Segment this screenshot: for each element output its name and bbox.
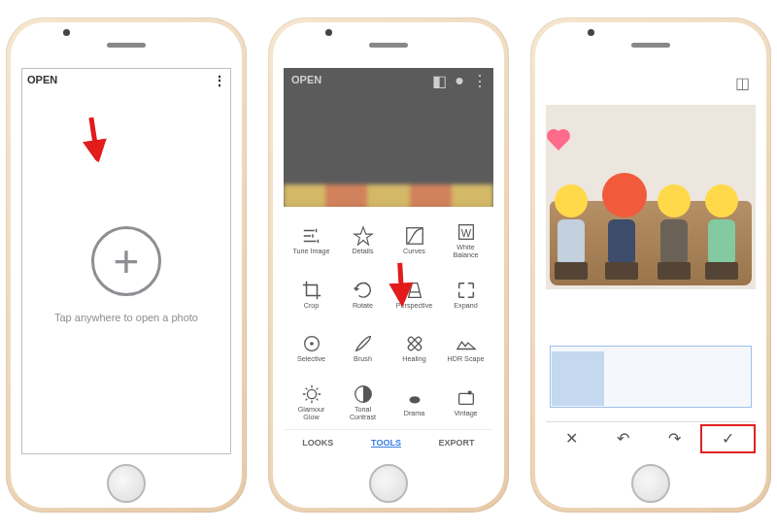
close-button[interactable]: ✕ xyxy=(546,429,597,448)
person-3 xyxy=(655,184,693,280)
check-icon: ✓ xyxy=(722,429,734,448)
home-button[interactable] xyxy=(631,464,670,503)
undo-button[interactable]: ↶ xyxy=(597,429,649,448)
person-2 xyxy=(602,173,640,280)
emoji-heart-eyes xyxy=(602,173,647,217)
tools-grid: Tune Image Details Curves WWhite Balance… xyxy=(284,207,493,429)
info-icon[interactable]: ● xyxy=(455,72,464,90)
tab-export[interactable]: EXPORT xyxy=(439,438,475,448)
tool-tune-image[interactable]: Tune Image xyxy=(286,213,337,267)
tool-crop[interactable]: Crop xyxy=(286,267,337,321)
white-balance-icon: W xyxy=(456,221,477,243)
bottom-tabs: LOOKS TOOLS EXPORT xyxy=(284,429,493,454)
tool-healing[interactable]: Healing xyxy=(388,321,440,376)
screen-3-healing: ◫ ✕ ↶ ↷ ✓ xyxy=(546,68,756,454)
screen-2-tools: OPEN ◧ ● ⋮ Tune Image Details Curves WWh… xyxy=(284,68,493,454)
svg-line-11 xyxy=(77,117,112,154)
apply-button[interactable]: ✓ xyxy=(700,424,756,453)
healing-icon xyxy=(404,333,425,354)
emoji-kiss xyxy=(555,184,588,217)
tool-expand[interactable]: Expand xyxy=(440,267,491,321)
tool-rotate[interactable]: Rotate xyxy=(337,267,388,321)
tool-selective[interactable]: Selective xyxy=(286,321,337,376)
person-1 xyxy=(552,184,590,280)
camera xyxy=(63,29,70,36)
top-icons: ◧ ● ⋮ xyxy=(432,72,488,90)
navigator-thumb[interactable] xyxy=(552,351,604,406)
plus-icon: + xyxy=(114,235,140,287)
screen-1-open: OPEN ⋮ + Tap anywhere to open a photo xyxy=(21,68,231,454)
svg-text:W: W xyxy=(460,227,471,239)
emoji-grin xyxy=(705,184,738,217)
svg-point-7 xyxy=(307,390,316,399)
camera xyxy=(325,29,332,36)
speaker xyxy=(107,43,146,48)
person-4 xyxy=(703,184,741,280)
bezel xyxy=(268,31,509,60)
crop-icon xyxy=(301,280,322,301)
bezel xyxy=(6,31,247,60)
compare-icon[interactable]: ◫ xyxy=(735,74,750,92)
redo-icon: ↷ xyxy=(668,429,681,448)
open-hint: Tap anywhere to open a photo xyxy=(21,312,231,323)
tool-hdr-scape[interactable]: HDR Scape xyxy=(440,321,491,376)
open-button[interactable]: OPEN xyxy=(291,74,321,85)
tool-drama[interactable]: Drama xyxy=(388,375,440,429)
speaker xyxy=(369,43,408,48)
tab-tools[interactable]: TOOLS xyxy=(371,438,401,448)
healing-toolbar: ✕ ↶ ↷ ✓ xyxy=(546,421,756,454)
undo-icon: ↶ xyxy=(617,429,629,448)
add-photo-button[interactable]: + xyxy=(91,226,161,296)
tool-vintage[interactable]: Vintage xyxy=(440,375,491,429)
tab-looks[interactable]: LOOKS xyxy=(302,438,333,448)
emoji-smile xyxy=(658,184,691,217)
svg-point-4 xyxy=(310,342,314,346)
svg-rect-10 xyxy=(467,391,471,395)
expand-icon xyxy=(456,280,477,301)
home-button[interactable] xyxy=(107,464,146,503)
phone-frame: OPEN ◧ ● ⋮ Tune Image Details Curves WWh… xyxy=(268,17,509,513)
tool-brush[interactable]: Brush xyxy=(337,321,388,376)
more-icon[interactable]: ⋮ xyxy=(213,74,225,87)
rotate-icon xyxy=(353,280,374,301)
layers-icon[interactable]: ◧ xyxy=(432,72,447,90)
phone-frame: OPEN ⋮ + Tap anywhere to open a photo xyxy=(6,17,247,513)
details-icon xyxy=(353,225,374,247)
curves-icon xyxy=(404,225,425,247)
tool-details[interactable]: Details xyxy=(337,213,388,267)
hdr-icon xyxy=(456,333,477,354)
svg-line-12 xyxy=(385,263,418,298)
speaker xyxy=(631,43,670,48)
tools-panel: Tune Image Details Curves WWhite Balance… xyxy=(284,207,493,454)
selective-icon xyxy=(301,333,322,354)
contrast-icon xyxy=(353,383,374,405)
home-button[interactable] xyxy=(369,464,408,503)
phone-frame: ◫ ✕ ↶ ↷ ✓ xyxy=(530,17,771,513)
bezel xyxy=(530,31,771,60)
photo-canvas[interactable] xyxy=(546,105,756,289)
svg-rect-9 xyxy=(458,393,473,404)
camera xyxy=(588,29,594,36)
open-button[interactable]: OPEN xyxy=(27,74,57,87)
glow-icon xyxy=(301,383,322,405)
drama-icon xyxy=(404,387,425,409)
brush-icon xyxy=(353,333,374,354)
redo-button[interactable]: ↷ xyxy=(649,429,700,448)
tool-white-balance[interactable]: WWhite Balance xyxy=(440,213,491,267)
vintage-icon xyxy=(456,387,477,409)
sliders-icon xyxy=(301,225,322,247)
close-icon: ✕ xyxy=(565,429,578,448)
tool-tonal-contrast[interactable]: Tonal Contrast xyxy=(337,375,388,429)
tool-glamour-glow[interactable]: Glamour Glow xyxy=(286,375,337,429)
